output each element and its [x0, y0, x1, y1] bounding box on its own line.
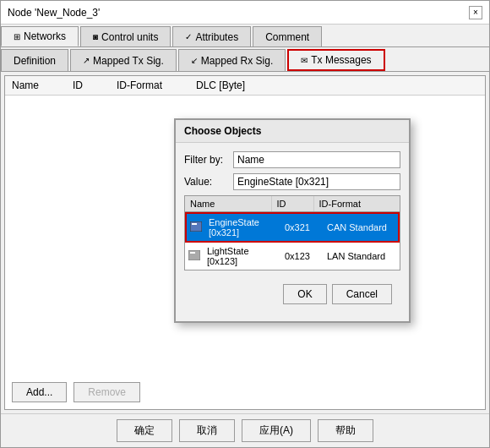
tab-mapped-rx[interactable]: ↙ Mapped Rx Sig.	[178, 49, 286, 71]
col-name: Name	[12, 79, 39, 91]
tabs-row1: ⊞ Networks ◙ Control units ✓ Attributes …	[1, 25, 489, 47]
cell-format-2: LAN Standard	[322, 249, 400, 263]
tab-attributes-label: Attributes	[195, 31, 238, 43]
cell-id-1: 0x321	[280, 221, 322, 234]
cell-name-1: EngineState [0x321]	[204, 216, 280, 239]
tab-definition-label: Definition	[14, 55, 56, 67]
arrow-tx-icon: ↗	[83, 56, 90, 65]
cell-id-2: 0x123	[280, 249, 322, 263]
tab-tx-messages[interactable]: ✉ Tx Messages	[287, 49, 384, 71]
col-id: ID	[73, 79, 83, 91]
dialog-title: Choose Objects	[176, 120, 409, 143]
tab-attributes[interactable]: ✓ Attributes	[172, 26, 251, 46]
main-panel: Name ID ID-Format DLC [Byte] Add... Remo…	[4, 75, 486, 410]
tab-tx-messages-label: Tx Messages	[311, 54, 371, 66]
tab-comment-label: Comment	[265, 31, 309, 43]
ok-button[interactable]: OK	[283, 284, 326, 304]
obj-col-format: ID-Format	[314, 196, 400, 211]
main-window: Node 'New_Node_3' × ⊞ Networks ◙ Control…	[0, 0, 490, 448]
row-icon-1	[190, 221, 202, 234]
networks-icon: ⊞	[14, 32, 20, 41]
dialog-action-buttons: OK Cancel	[184, 279, 400, 313]
filter-by-row: Filter by: Name	[184, 151, 400, 168]
add-button[interactable]: Add...	[12, 382, 67, 402]
apply-button[interactable]: 应用(A)	[242, 419, 311, 442]
tabs-row2: Definition ↗ Mapped Tx Sig. ↙ Mapped Rx …	[1, 47, 489, 72]
tab-mapped-tx[interactable]: ↗ Mapped Tx Sig.	[70, 49, 177, 71]
dialog-body: Filter by: Name Value: Name ID ID-Format	[176, 143, 409, 321]
arrow-rx-icon: ↙	[191, 56, 198, 65]
title-bar: Node 'New_Node_3' ×	[1, 1, 489, 25]
table-row[interactable]: EngineState [0x321] 0x321 CAN Standard	[185, 212, 400, 243]
table-header: Name ID ID-Format DLC [Byte]	[5, 76, 485, 96]
filter-by-value: Name	[233, 151, 400, 168]
confirm-button[interactable]: 确定	[117, 419, 172, 442]
check-icon: ✓	[185, 32, 192, 41]
bottom-bar: 确定 取消 应用(A) 帮助	[1, 413, 489, 447]
value-label: Value:	[184, 176, 226, 188]
objects-table: Name ID ID-Format EngineState [0x321] 0x…	[184, 195, 400, 270]
window-title: Node 'New_Node_3'	[8, 7, 100, 19]
col-dlc: DLC [Byte]	[196, 79, 245, 91]
table-row[interactable]: LightState [0x123] 0x123 LAN Standard	[185, 243, 400, 270]
close-button[interactable]: ×	[469, 6, 482, 19]
svg-rect-2	[188, 250, 200, 260]
cell-name-2: LightState [0x123]	[202, 244, 280, 268]
filter-by-label: Filter by:	[184, 154, 226, 166]
tab-control-units-label: Control units	[101, 31, 158, 43]
dialog-cancel-button[interactable]: Cancel	[332, 284, 392, 304]
cell-format-1: CAN Standard	[322, 221, 398, 234]
tab-control-units[interactable]: ◙ Control units	[80, 26, 171, 46]
tab-networks[interactable]: ⊞ Networks	[1, 26, 79, 46]
action-buttons: Add... Remove	[5, 375, 485, 409]
svg-rect-0	[190, 221, 202, 232]
row-icon-2	[188, 250, 200, 263]
obj-col-name: Name	[185, 196, 272, 211]
svg-rect-1	[192, 223, 197, 225]
tab-definition[interactable]: Definition	[1, 49, 68, 71]
tab-comment[interactable]: Comment	[253, 26, 322, 46]
choose-objects-dialog: Choose Objects Filter by: Name Value: Na…	[174, 118, 411, 323]
tab-networks-label: Networks	[24, 30, 66, 42]
value-input[interactable]	[233, 173, 400, 190]
chip-icon: ◙	[93, 32, 98, 41]
col-id-format: ID-Format	[117, 79, 162, 91]
cancel-button[interactable]: 取消	[179, 419, 235, 442]
help-button[interactable]: 帮助	[318, 419, 373, 442]
tab-mapped-rx-label: Mapped Rx Sig.	[201, 55, 273, 67]
svg-rect-3	[190, 252, 195, 254]
objects-table-header: Name ID ID-Format	[185, 196, 400, 212]
obj-col-id: ID	[272, 196, 314, 211]
remove-button[interactable]: Remove	[74, 382, 140, 402]
tab-mapped-tx-label: Mapped Tx Sig.	[93, 55, 164, 67]
value-row: Value:	[184, 173, 400, 190]
envelope-icon: ✉	[301, 56, 308, 65]
